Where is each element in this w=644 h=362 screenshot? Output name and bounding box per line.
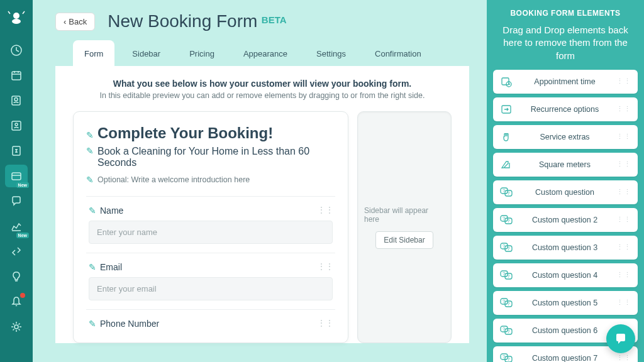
new-badge: New <box>16 233 29 238</box>
nav-settings[interactable] <box>5 315 28 338</box>
field-label: Phone Number <box>100 319 159 329</box>
question-icon: ?? <box>499 351 513 362</box>
svg-text:?: ? <box>502 354 505 359</box>
drag-handle-icon[interactable]: ⋮⋮ <box>616 354 631 362</box>
nav-calendar[interactable] <box>5 64 28 87</box>
svg-point-5 <box>14 98 18 101</box>
element-card[interactable]: Recurrence options⋮⋮ <box>493 97 638 121</box>
form-preview-panel: ✎Complete Your Booking! ✎Book a Cleaning… <box>73 111 348 343</box>
field-name[interactable]: ⋮⋮ ✎Name <box>86 196 335 253</box>
field-label: Name <box>100 206 123 216</box>
element-card[interactable]: Service extras⋮⋮ <box>493 125 638 149</box>
email-input[interactable] <box>89 277 333 300</box>
pencil-icon[interactable]: ✎ <box>86 146 94 156</box>
back-button[interactable]: ‹ Back <box>55 13 95 31</box>
tab-settings[interactable]: Settings <box>305 40 357 66</box>
nav-suggestions[interactable] <box>5 265 28 288</box>
pencil-icon[interactable]: ✎ <box>86 130 94 140</box>
drag-handle-icon[interactable]: ⋮⋮ <box>318 319 334 327</box>
chat-fab[interactable] <box>606 324 635 353</box>
nav-notifications[interactable] <box>5 290 28 313</box>
drag-handle-icon[interactable]: ⋮⋮ <box>616 105 631 113</box>
drag-handle-icon[interactable]: ⋮⋮ <box>616 188 631 196</box>
repeat-icon <box>499 102 513 116</box>
element-card[interactable]: ??Custom question 5⋮⋮ <box>493 291 638 315</box>
element-label: Service extras <box>518 133 611 141</box>
nav-forms[interactable]: New <box>5 165 28 187</box>
tab-pricing[interactable]: Pricing <box>178 40 226 66</box>
element-label: Appointment time <box>518 77 611 86</box>
nav-invoice[interactable] <box>5 140 28 162</box>
intro-title: What you see below is how your customer … <box>73 79 452 89</box>
svg-rect-3 <box>12 72 21 80</box>
field-label: Email <box>100 262 122 272</box>
question-icon: ?? <box>499 324 513 337</box>
element-card[interactable]: Square meters⋮⋮ <box>493 153 638 177</box>
element-label: Custom question 2 <box>518 216 611 224</box>
drag-handle-icon[interactable]: ⋮⋮ <box>616 243 631 251</box>
pencil-icon[interactable]: ✎ <box>86 175 94 185</box>
question-icon: ?? <box>499 268 513 282</box>
beta-tag: BETA <box>262 14 287 25</box>
nav-contacts[interactable] <box>5 89 28 112</box>
field-phone[interactable]: ⋮⋮ ✎Phone Number <box>86 309 335 343</box>
elements-panel-title: BOOKING FORM ELEMENTS <box>493 9 638 18</box>
pencil-icon[interactable]: ✎ <box>89 319 96 329</box>
drag-handle-icon[interactable]: ⋮⋮ <box>616 160 631 168</box>
pencil-icon[interactable]: ✎ <box>89 206 96 216</box>
notification-dot <box>20 293 25 298</box>
nav-dashboard[interactable] <box>5 39 28 62</box>
element-label: Custom question 7 <box>518 354 611 362</box>
nav-referrals[interactable] <box>5 240 28 263</box>
drag-handle-icon[interactable]: ⋮⋮ <box>616 299 631 307</box>
element-card[interactable]: ??Custom question 3⋮⋮ <box>493 236 638 260</box>
tab-form[interactable]: Form <box>73 40 114 66</box>
element-card[interactable]: Appointment time⋮⋮ <box>493 70 638 94</box>
page-title: New Booking Form <box>108 11 257 31</box>
elements-panel: BOOKING FORM ELEMENTS Drag and Drop elem… <box>487 0 644 362</box>
edit-sidebar-button[interactable]: Edit Sidebar <box>375 231 433 249</box>
nav-chat[interactable] <box>5 190 28 212</box>
calendar-clock-icon <box>499 75 513 89</box>
element-card[interactable]: ??Custom question 4⋮⋮ <box>493 263 638 287</box>
pencil-icon[interactable]: ✎ <box>89 262 96 272</box>
svg-text:?: ? <box>508 246 510 251</box>
question-icon: ?? <box>499 185 513 199</box>
nav-analytics[interactable]: New <box>5 215 28 238</box>
svg-text:?: ? <box>502 299 505 304</box>
name-input[interactable] <box>89 221 333 244</box>
element-label: Recurrence options <box>518 105 611 114</box>
question-icon: ?? <box>499 296 513 310</box>
drag-handle-icon[interactable]: ⋮⋮ <box>616 77 631 85</box>
welcome-text[interactable]: Optional: Write a welcome introduction h… <box>97 175 250 184</box>
field-email[interactable]: ⋮⋮ ✎Email <box>86 253 335 309</box>
tab-appearance[interactable]: Appearance <box>232 40 299 66</box>
tab-sidebar[interactable]: Sidebar <box>121 40 172 66</box>
drag-handle-icon[interactable]: ⋮⋮ <box>616 271 631 279</box>
sidebar-preview-panel: Sidebar will appear here Edit Sidebar <box>357 111 452 343</box>
drag-handle-icon[interactable]: ⋮⋮ <box>616 133 631 141</box>
svg-text:?: ? <box>502 216 505 221</box>
nav-team[interactable] <box>5 114 28 137</box>
main-area: ‹ Back New Booking Form BETA Form Sideba… <box>33 0 487 362</box>
svg-point-10 <box>14 325 18 329</box>
drag-handle-icon[interactable]: ⋮⋮ <box>318 262 334 271</box>
element-card[interactable]: ??Custom question 2⋮⋮ <box>493 208 638 232</box>
svg-rect-9 <box>12 173 21 180</box>
svg-text:?: ? <box>502 189 505 193</box>
element-label: Custom question 6 <box>518 326 611 335</box>
form-subheading[interactable]: Book a Cleaning for Your Home in Less th… <box>97 146 335 168</box>
form-heading[interactable]: Complete Your Booking! <box>97 124 273 142</box>
drag-handle-icon[interactable]: ⋮⋮ <box>616 216 631 224</box>
element-card[interactable]: ??Custom question⋮⋮ <box>493 180 638 204</box>
svg-text:?: ? <box>502 327 505 331</box>
svg-point-1 <box>12 19 21 24</box>
svg-point-7 <box>15 123 18 126</box>
svg-text:?: ? <box>502 244 505 248</box>
svg-text:?: ? <box>508 302 510 306</box>
sidebar-note: Sidebar will appear here <box>364 206 445 224</box>
tabs-bar: Form Sidebar Pricing Appearance Settings… <box>55 40 469 66</box>
svg-text:?: ? <box>508 191 510 195</box>
tab-confirmation[interactable]: Confirmation <box>364 40 433 66</box>
drag-handle-icon[interactable]: ⋮⋮ <box>318 206 334 214</box>
